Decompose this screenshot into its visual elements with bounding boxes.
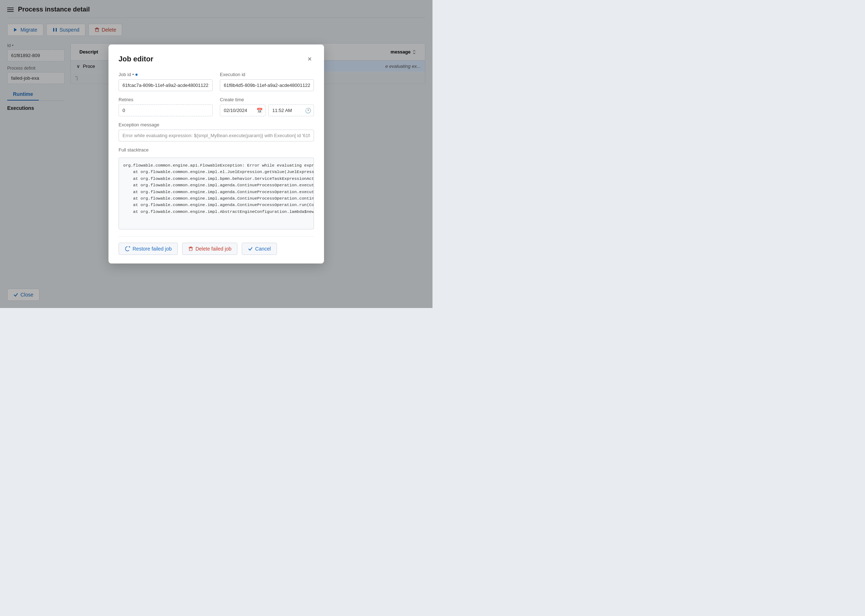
- cancel-label: Cancel: [255, 246, 271, 251]
- svg-rect-8: [189, 248, 192, 251]
- form-grid: Job id • Execution id Retries Create tim…: [118, 72, 314, 229]
- modal-footer: Restore failed job Delete failed job Can…: [118, 237, 314, 255]
- modal-header: Job editor ×: [118, 55, 314, 63]
- execution-id-input[interactable]: [220, 79, 314, 91]
- exception-message-field: Exception message: [118, 122, 314, 141]
- delete-failed-icon: [188, 246, 193, 251]
- cancel-check-icon: [248, 246, 253, 251]
- modal-overlay: Job editor × Job id • Execution id Retri…: [0, 0, 433, 308]
- execution-id-field: Execution id: [220, 72, 314, 91]
- exception-message-input[interactable]: [118, 130, 314, 141]
- restore-icon: [124, 246, 131, 251]
- retries-label: Retries: [118, 97, 213, 102]
- create-time-label: Create time: [220, 97, 314, 102]
- stacktrace-label: Full stacktrace: [118, 147, 314, 152]
- modal-close-button[interactable]: ×: [305, 55, 314, 63]
- exception-message-label: Exception message: [118, 122, 314, 127]
- modal-title: Job editor: [118, 55, 153, 63]
- execution-id-label: Execution id: [220, 72, 314, 77]
- delete-failed-job-button[interactable]: Delete failed job: [182, 243, 238, 255]
- time-input-wrap: 🕐: [268, 104, 314, 116]
- stacktrace-field: Full stacktrace org.flowable.common.engi…: [118, 147, 314, 229]
- retries-input[interactable]: [118, 104, 213, 116]
- job-id-input[interactable]: [118, 79, 213, 91]
- job-editor-modal: Job editor × Job id • Execution id Retri…: [109, 44, 324, 264]
- job-id-field: Job id •: [118, 72, 213, 91]
- create-time-field: Create time 📅 🕐: [220, 97, 314, 116]
- job-id-label: Job id •: [118, 72, 213, 77]
- svg-rect-7: [190, 247, 192, 247]
- clock-icon: 🕐: [305, 108, 311, 113]
- retries-field: Retries: [118, 97, 213, 116]
- calendar-icon: 📅: [257, 108, 263, 113]
- stacktrace-content: org.flowable.common.engine.api.FlowableE…: [118, 157, 314, 229]
- restore-failed-job-button[interactable]: Restore failed job: [118, 243, 178, 255]
- date-input-wrap: 📅: [220, 104, 265, 116]
- svg-rect-6: [189, 247, 193, 248]
- required-indicator: [136, 74, 137, 76]
- delete-failed-label: Delete failed job: [195, 246, 232, 251]
- date-time-row: 📅 🕐: [220, 104, 314, 116]
- restore-label: Restore failed job: [132, 246, 172, 251]
- cancel-button[interactable]: Cancel: [242, 243, 277, 255]
